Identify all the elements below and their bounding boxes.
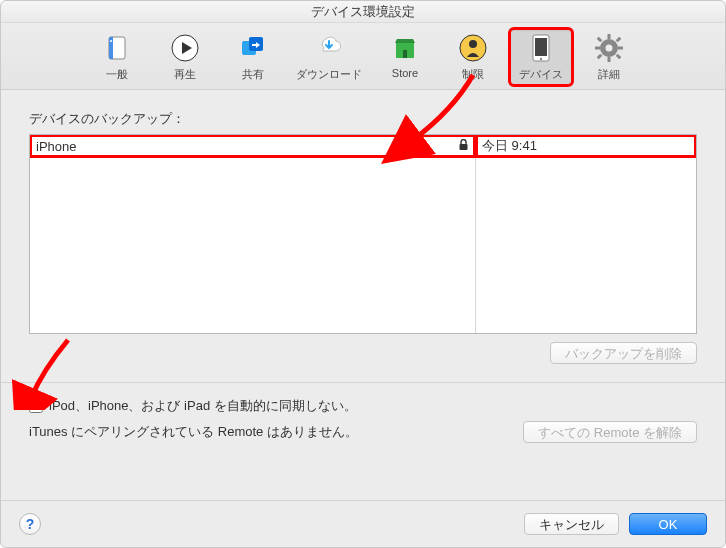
svg-point-14 — [540, 58, 542, 60]
download-icon — [312, 31, 346, 65]
svg-rect-17 — [608, 34, 611, 39]
svg-point-2 — [110, 40, 112, 42]
backup-time: 今日 9:41 — [482, 137, 537, 155]
general-icon — [100, 31, 134, 65]
autosync-checkbox[interactable] — [29, 399, 43, 413]
cancel-button[interactable]: キャンセル — [524, 513, 619, 535]
svg-rect-9 — [403, 50, 407, 58]
backup-row-name[interactable]: iPhone — [30, 135, 475, 157]
release-remotes-button[interactable]: すべての Remote を解除 — [523, 421, 697, 443]
sharing-icon — [236, 31, 270, 65]
svg-rect-22 — [616, 37, 622, 43]
play-icon — [168, 31, 202, 65]
backup-table[interactable]: iPhone 今日 9:41 — [29, 134, 697, 334]
preferences-window: デバイス環境設定 一般 再生 共有 ダウンロード — [0, 0, 726, 548]
svg-point-16 — [606, 45, 613, 52]
svg-marker-8 — [395, 39, 415, 43]
tab-playback[interactable]: 再生 — [154, 29, 216, 85]
lock-icon — [458, 139, 469, 154]
svg-rect-20 — [618, 47, 623, 50]
gear-icon — [592, 31, 626, 65]
ok-button[interactable]: OK — [629, 513, 707, 535]
autosync-option-row: iPod、iPhone、および iPad を自動的に同期しない。 — [29, 397, 697, 415]
preferences-toolbar: 一般 再生 共有 ダウンロード Store — [1, 23, 725, 90]
restrictions-icon — [456, 31, 490, 65]
svg-rect-19 — [595, 47, 600, 50]
store-icon — [388, 31, 422, 65]
help-button[interactable]: ? — [19, 513, 41, 535]
svg-point-11 — [469, 40, 477, 48]
tab-general[interactable]: 一般 — [86, 29, 148, 85]
svg-rect-21 — [597, 37, 603, 43]
tab-downloads[interactable]: ダウンロード — [290, 29, 368, 85]
tab-advanced[interactable]: 詳細 — [578, 29, 640, 85]
svg-rect-13 — [535, 38, 547, 56]
svg-rect-18 — [608, 57, 611, 62]
tab-restrictions[interactable]: 制限 — [442, 29, 504, 85]
divider — [1, 382, 725, 383]
backup-section-label: デバイスのバックアップ： — [29, 110, 697, 128]
svg-rect-25 — [460, 144, 468, 150]
tab-sharing[interactable]: 共有 — [222, 29, 284, 85]
footer-bar: ? キャンセル OK — [1, 500, 725, 547]
delete-backup-button[interactable]: バックアップを削除 — [550, 342, 697, 364]
svg-rect-23 — [597, 54, 603, 60]
autosync-label: iPod、iPhone、および iPad を自動的に同期しない。 — [49, 397, 357, 415]
content-area: デバイスのバックアップ： iPhone 今日 9:41 バックアップを削除 — [1, 90, 725, 500]
backup-device-name: iPhone — [36, 139, 76, 154]
remote-status-text: iTunes にペアリングされている Remote はありません。 — [29, 423, 358, 441]
svg-rect-24 — [616, 54, 622, 60]
tab-store[interactable]: Store — [374, 29, 436, 85]
tab-devices[interactable]: デバイス — [510, 29, 572, 85]
device-icon — [524, 31, 558, 65]
window-title: デバイス環境設定 — [1, 1, 725, 23]
backup-row-time[interactable]: 今日 9:41 — [476, 135, 696, 157]
